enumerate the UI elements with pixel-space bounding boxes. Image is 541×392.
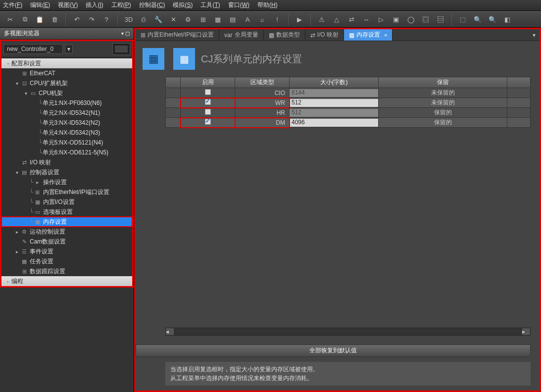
menu-item[interactable]: 工具(T) bbox=[200, 1, 220, 9]
tab-icon: ⊞ bbox=[141, 32, 146, 39]
tree-row[interactable]: └ ▸操作设置 bbox=[1, 177, 132, 187]
toolbar-button[interactable]: ⇄ bbox=[345, 13, 357, 25]
content-header: ▦ CJ系列单元的内存设置 bbox=[164, 41, 311, 77]
tree-row[interactable]: ⊞数据跟踪设置 bbox=[1, 266, 132, 276]
tree-item-icon: ▦ bbox=[20, 258, 28, 265]
tree-twisty-icon[interactable]: ▾ bbox=[22, 91, 29, 96]
toolbar-button[interactable]: ⚙ bbox=[182, 13, 194, 25]
tree-row[interactable]: └ 单元2:NX-ID5342(N1) bbox=[1, 108, 132, 118]
menu-item[interactable]: 编辑(E) bbox=[30, 1, 50, 9]
tree-twisty-icon[interactable]: ▾ bbox=[13, 81, 20, 86]
toolbar-button[interactable]: ▶ bbox=[294, 13, 305, 25]
tree-row[interactable]: └ 单元4:NX-ID5342(N3) bbox=[1, 128, 132, 138]
toolbar-button[interactable]: 3D bbox=[123, 13, 135, 25]
toolbar-button[interactable]: ⧉ bbox=[19, 13, 31, 25]
toolbar-button[interactable]: 📋 bbox=[34, 13, 46, 25]
toolbar-button[interactable]: ◧ bbox=[501, 13, 513, 25]
toolbar-button[interactable]: ⚠ bbox=[316, 13, 328, 25]
tree-item-icon: ⊞ bbox=[20, 70, 28, 77]
tab[interactable]: ▦内存设置× bbox=[344, 29, 393, 41]
tree-row[interactable]: └ ⊞内置EtherNet/IP端口设置 bbox=[1, 187, 132, 197]
tree-row[interactable]: ⊞EtherCAT bbox=[1, 68, 132, 78]
tree-row[interactable]: └ 单元3:NX-ID5342(N2) bbox=[1, 118, 132, 128]
tree-row[interactable]: ▾配置和设置 bbox=[1, 58, 132, 68]
tree-item-label: 控制器设置 bbox=[30, 168, 59, 177]
tree-row[interactable]: └ 单元5:NX-OD5121(N4) bbox=[1, 138, 132, 147]
dropdown-icon[interactable]: ▾ bbox=[65, 45, 73, 53]
tree-twisty-icon[interactable]: ▸ bbox=[4, 279, 11, 284]
menu-item[interactable]: 帮助(H) bbox=[257, 1, 278, 9]
close-icon[interactable]: × bbox=[384, 32, 387, 38]
toolbar-button[interactable]: ⎙ bbox=[138, 13, 149, 25]
tab[interactable]: ⇄I/O 映射 bbox=[305, 29, 344, 41]
toolbar-button[interactable]: 🔍 bbox=[472, 13, 484, 25]
tree-row[interactable]: ▸编程 bbox=[1, 276, 132, 286]
tree-row[interactable]: └ ▦内存设置 bbox=[1, 217, 132, 227]
enable-checkbox[interactable] bbox=[205, 89, 211, 95]
toolbar-button[interactable]: ⊞ bbox=[197, 13, 209, 25]
toolbar-button[interactable]: 🔧 bbox=[152, 13, 164, 25]
size-input[interactable]: 4096 bbox=[290, 119, 378, 127]
toolbar-button[interactable]: ◯ bbox=[405, 13, 417, 25]
toolbar-button[interactable]: ? bbox=[100, 13, 112, 25]
tab[interactable]: ▦数据类型 bbox=[264, 29, 305, 41]
size-input[interactable]: 512 bbox=[290, 99, 378, 107]
tree-row[interactable]: ✎Cam数据设置 bbox=[1, 237, 132, 246]
tree-twisty-icon[interactable]: ▸ bbox=[13, 229, 20, 235]
menu-item[interactable]: 控制器(C) bbox=[139, 1, 165, 9]
controller-selector[interactable] bbox=[3, 44, 63, 54]
tree-row[interactable]: ▾▭CPU机架 bbox=[1, 88, 132, 98]
tree-row[interactable]: └ ▭选项板设置 bbox=[1, 207, 132, 217]
toolbar-button[interactable]: ⬚ bbox=[457, 13, 469, 25]
toolbar-button[interactable]: ▤ bbox=[227, 13, 239, 25]
tree-twisty-icon[interactable]: ▾ bbox=[4, 61, 11, 66]
menu-item[interactable]: 窗口(W) bbox=[228, 1, 249, 9]
tree-row[interactable]: ▾▤控制器设置 bbox=[1, 167, 132, 177]
tree-row[interactable]: └ 单元1:NX-PF0630(N6) bbox=[1, 98, 132, 108]
tree-row[interactable]: ⇄I/O 映射 bbox=[1, 157, 132, 167]
tree-twisty-icon[interactable]: ▾ bbox=[13, 170, 20, 175]
tab-label: I/O 映射 bbox=[317, 31, 339, 39]
menu-item[interactable]: 文件(F) bbox=[3, 1, 22, 9]
menu-item[interactable]: 视图(V) bbox=[58, 1, 78, 9]
area-cell: DM bbox=[235, 118, 290, 128]
tab[interactable]: var全局变量 bbox=[219, 29, 264, 41]
toolbar-button[interactable]: ⿳ bbox=[435, 13, 446, 25]
toolbar-button[interactable]: ! bbox=[271, 13, 283, 25]
tab[interactable]: ⊞内置EtherNet/IP端口设置 bbox=[136, 29, 219, 41]
tree-twisty-icon[interactable]: ▸ bbox=[13, 249, 20, 254]
toolbar-button[interactable]: ✕ bbox=[167, 13, 179, 25]
toolbar-button[interactable]: ⿴ bbox=[420, 13, 432, 25]
horizontal-scrollbar[interactable]: ◂ ▸ bbox=[165, 328, 531, 336]
enable-checkbox[interactable] bbox=[205, 119, 211, 125]
toolbar-button[interactable]: ↷ bbox=[86, 13, 98, 25]
sidebar-collapse-icon[interactable]: ▾ ▢ bbox=[121, 31, 130, 36]
toolbar-button[interactable]: 🗑 bbox=[49, 13, 60, 25]
tree-row[interactable]: ▾⊡CPU/扩展机架 bbox=[1, 78, 132, 88]
tree-item-icon: ▸ bbox=[34, 179, 42, 186]
tree-row[interactable]: ▸☰事件设置 bbox=[1, 246, 132, 256]
toolbar-button[interactable]: ▷ bbox=[375, 13, 387, 25]
menu-item[interactable]: 模拟(S) bbox=[173, 1, 193, 9]
scroll-left-icon[interactable]: ◂ bbox=[166, 328, 174, 335]
tree-row[interactable]: ▸⚙运动控制设置 bbox=[1, 227, 132, 237]
menu-item[interactable]: 插入(I) bbox=[86, 1, 103, 9]
toolbar-button[interactable]: △ bbox=[331, 13, 343, 25]
tree-row[interactable]: └ 单元6:NX-OD6121-5(N5) bbox=[1, 147, 132, 157]
menu-item[interactable]: 工程(P) bbox=[111, 1, 131, 9]
scroll-right-icon[interactable]: ▸ bbox=[522, 328, 530, 335]
toolbar-button[interactable]: A bbox=[242, 13, 253, 25]
enable-checkbox[interactable] bbox=[205, 99, 211, 105]
toolbar-button[interactable]: ✂ bbox=[4, 13, 16, 25]
toolbar-button[interactable]: ▦ bbox=[212, 13, 224, 25]
toolbar-button[interactable]: ↶ bbox=[71, 13, 83, 25]
tree-row[interactable]: ▦任务设置 bbox=[1, 256, 132, 266]
tab-overflow-icon[interactable]: ▾ bbox=[529, 32, 540, 39]
tree-row[interactable]: └ ▦内置I/O设置 bbox=[1, 197, 132, 207]
toolbar-button[interactable]: ↔ bbox=[360, 13, 372, 25]
restore-defaults-button[interactable]: 全部恢复到默认值 bbox=[136, 344, 531, 357]
enable-checkbox[interactable] bbox=[205, 109, 211, 115]
toolbar-button[interactable]: ▣ bbox=[390, 13, 402, 25]
toolbar-button[interactable]: ⌕ bbox=[256, 13, 268, 25]
toolbar-button[interactable]: 🔍 bbox=[487, 13, 498, 25]
